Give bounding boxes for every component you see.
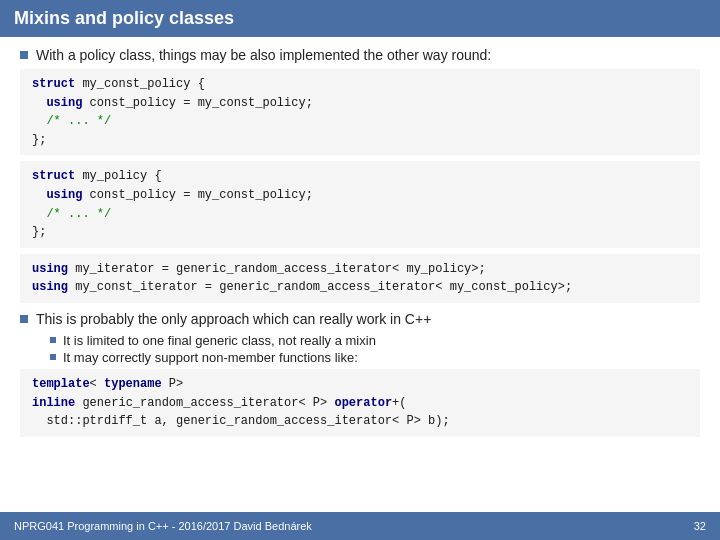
sub-bullets: It is limited to one final generic class…: [50, 333, 700, 365]
code-line: };: [32, 223, 688, 242]
code-block-1: struct my_const_policy { using const_pol…: [20, 69, 700, 155]
bullet-1-text: With a policy class, things may be also …: [36, 47, 491, 63]
page-title: Mixins and policy classes: [0, 0, 720, 37]
code-line: };: [32, 131, 688, 150]
footer: NPRG041 Programming in C++ - 2016/2017 D…: [0, 512, 720, 540]
code-line: using my_iterator = generic_random_acces…: [32, 260, 688, 279]
code-line: using my_const_iterator = generic_random…: [32, 278, 688, 297]
code-line: /* ... */: [32, 205, 688, 224]
bullet-1-icon: [20, 51, 28, 59]
code-line: std::ptrdiff_t a, generic_random_access_…: [32, 412, 688, 431]
bullet-2-text: This is probably the only approach which…: [36, 311, 431, 327]
code-line: struct my_const_policy {: [32, 75, 688, 94]
code-line: using const_policy = my_const_policy;: [32, 94, 688, 113]
code-line: inline generic_random_access_iterator< P…: [32, 394, 688, 413]
bullet-2-icon: [20, 315, 28, 323]
bullet-2: This is probably the only approach which…: [20, 311, 700, 327]
main-content: With a policy class, things may be also …: [0, 37, 720, 513]
sub-bullet-1-text: It is limited to one final generic class…: [63, 333, 376, 348]
sub-bullet-2-icon: [50, 354, 56, 360]
sub-bullet-2-text: It may correctly support non-member func…: [63, 350, 358, 365]
code-block-3: using my_iterator = generic_random_acces…: [20, 254, 700, 303]
sub-bullet-1-icon: [50, 337, 56, 343]
code-block-2: struct my_policy { using const_policy = …: [20, 161, 700, 247]
footer-left: NPRG041 Programming in C++ - 2016/2017 D…: [14, 520, 312, 532]
sub-bullet-1: It is limited to one final generic class…: [50, 333, 700, 348]
bullet-1: With a policy class, things may be also …: [20, 47, 700, 63]
code-line: using const_policy = my_const_policy;: [32, 186, 688, 205]
code-line: template< typename P>: [32, 375, 688, 394]
footer-right: 32: [694, 520, 706, 532]
sub-bullet-2: It may correctly support non-member func…: [50, 350, 700, 365]
code-line: /* ... */: [32, 112, 688, 131]
code-line: struct my_policy {: [32, 167, 688, 186]
code-block-4: template< typename P> inline generic_ran…: [20, 369, 700, 437]
